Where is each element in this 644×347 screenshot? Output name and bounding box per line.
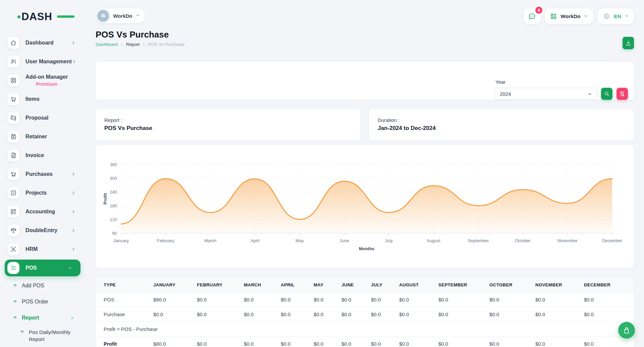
sidebar-item-purchases[interactable]: Purchases [7, 168, 84, 180]
sidebar-icon-box [7, 262, 19, 274]
value-cell: $0.0 [430, 307, 481, 322]
filter-card: Year 2024 [96, 62, 634, 100]
row-type-cell: POS [96, 292, 145, 307]
sidebar: DASH DashboardUser ManagementAdd-on Mana… [0, 0, 84, 347]
breadcrumb-dashboard-link[interactable]: Dashboard [96, 42, 118, 47]
value-cell: $0.0 [527, 307, 576, 322]
value-cell: $0.0 [273, 337, 306, 347]
search-button[interactable] [601, 88, 612, 100]
sidebar-item-proposal[interactable]: Proposal [7, 112, 84, 124]
report-table-card: TYPEJANUARYFEBRUARYMARCHAPRILMAYJUNEJULY… [96, 278, 634, 347]
value-cell: $0.0 [363, 307, 391, 322]
year-select[interactable]: 2024 [495, 88, 597, 100]
workspace-avatar [97, 10, 109, 22]
x-tick-label: December [602, 238, 623, 243]
value-cell: $0.0 [333, 307, 363, 322]
sidebar-icon-box [7, 93, 19, 105]
download-icon [625, 40, 632, 46]
value-cell: $0.0 [236, 292, 273, 307]
sidebar-icon-box [7, 37, 19, 49]
sidebar-item-retainer[interactable]: Retainer [7, 131, 84, 143]
x-tick-label: September [468, 238, 489, 243]
language-menu[interactable]: EN [598, 8, 634, 24]
value-cell: $0.0 [333, 337, 363, 347]
sidebar-item-pos[interactable]: POS [5, 260, 80, 276]
sidebar-item-hrm[interactable]: HRM [7, 243, 84, 255]
sidebar-item-label: POS [25, 265, 37, 271]
sidebar-icon-box [7, 168, 19, 180]
sidebar-subitem-add-pos[interactable]: Add POS [14, 281, 84, 291]
reset-filter-button[interactable] [616, 88, 628, 100]
value-cell: $0.0 [363, 337, 391, 347]
value-cell: $0.0 [481, 292, 527, 307]
profit-line-chart: JanuaryFebruaryMarchAprilMayJuneJulyAugu… [96, 145, 634, 259]
download-button[interactable] [623, 37, 634, 49]
breadcrumb-separator: › [143, 42, 145, 47]
value-cell: $0.0 [273, 292, 306, 307]
topbar-actions: 0 WorkDo EN [524, 8, 634, 24]
chevron-right-icon [70, 316, 74, 320]
search-icon [604, 91, 610, 97]
sidebar-item-items[interactable]: Items [7, 93, 84, 105]
pos-cart-fab[interactable] [618, 322, 635, 339]
value-cell: $0.0 [527, 337, 576, 347]
logo-text: DASH [21, 11, 52, 22]
value-cell: $80.0 [145, 337, 189, 347]
chevron-right-icon [72, 59, 76, 64]
x-tick-label: November [557, 238, 578, 243]
account-name: WorkDo [560, 13, 580, 19]
sidebar-item-label: Invoice [25, 152, 44, 158]
sidebar-item-label: User Management [25, 59, 72, 65]
report-label: Report : [104, 117, 352, 123]
workspace-name: WorkDo [113, 13, 132, 19]
clipboard-slash-icon [619, 91, 625, 97]
x-axis-title: Months [359, 246, 374, 251]
y-tick-label: 360 [110, 162, 117, 167]
sidebar-icon-box [7, 206, 19, 218]
value-cell: $0.0 [145, 307, 189, 322]
x-tick-label: March [204, 238, 216, 243]
scale-icon [10, 227, 17, 234]
year-label: Year [495, 79, 597, 85]
account-menu[interactable]: WorkDo [545, 8, 593, 24]
sidebar-item-add-on-manager[interactable]: Add-on ManagerPremium [7, 74, 84, 86]
breadcrumb: Dashboard › Report › POS Vs Purchase [96, 42, 634, 47]
sidebar-subitem-pos-order[interactable]: POS Order [14, 297, 84, 307]
main-content: WorkDo 0 [84, 0, 644, 347]
workspace-switcher[interactable]: WorkDo [96, 8, 145, 23]
sidebar-item-label: DoubleEntry [25, 227, 57, 233]
sidebar-subitem-pos-daily-monthly-report[interactable]: Pos Daily/Monthly Report [21, 329, 84, 343]
row-type-cell: Purchase [96, 307, 145, 322]
table-row: Profit$80.0$0.0$0.0$0.0$0.0$0.0$0.0$0.0$… [96, 337, 634, 347]
sidebar-subitem-report[interactable]: Report [14, 313, 84, 323]
x-tick-label: June [339, 238, 349, 243]
app-logo: DASH [21, 11, 65, 22]
profit-chart-card: JanuaryFebruaryMarchAprilMayJuneJulyAugu… [96, 145, 634, 268]
y-tick-label: 240 [110, 190, 117, 195]
bullet-icon [13, 300, 17, 303]
sidebar-subitem-label: POS Order [22, 299, 48, 305]
sidebar-item-doubleentry[interactable]: DoubleEntry [7, 224, 84, 236]
sidebar-item-label: Items [25, 96, 40, 102]
table-row: POS$80.0$0.0$0.0$0.0$0.0$0.0$0.0$0.0$0.0… [96, 292, 634, 307]
y-axis-title: Profit [103, 193, 108, 205]
sidebar-item-accounting[interactable]: Accounting [7, 206, 84, 218]
value-cell: $0.0 [236, 307, 273, 322]
column-header: JULY [363, 278, 391, 292]
x-tick-label: January [113, 238, 129, 243]
sidebar-item-dashboard[interactable]: Dashboard [7, 37, 84, 49]
messages-button[interactable]: 0 [524, 8, 540, 24]
sidebar-icon-box [7, 224, 19, 236]
page-title: POS Vs Purchase [96, 29, 634, 40]
value-cell: $0.0 [391, 307, 430, 322]
sidebar-item-label: Proposal [25, 115, 48, 121]
value-cell: $0.0 [189, 292, 236, 307]
sidebar-item-user-management[interactable]: User Management [7, 56, 84, 68]
column-header: MAY [306, 278, 333, 292]
x-tick-label: October [515, 238, 531, 243]
sidebar-item-invoice[interactable]: Invoice [7, 149, 84, 161]
sidebar-item-projects[interactable]: Projects [7, 187, 84, 199]
value-cell: $0.0 [189, 307, 236, 322]
sidebar-icon-box [7, 149, 19, 161]
chat-icon [528, 12, 536, 21]
